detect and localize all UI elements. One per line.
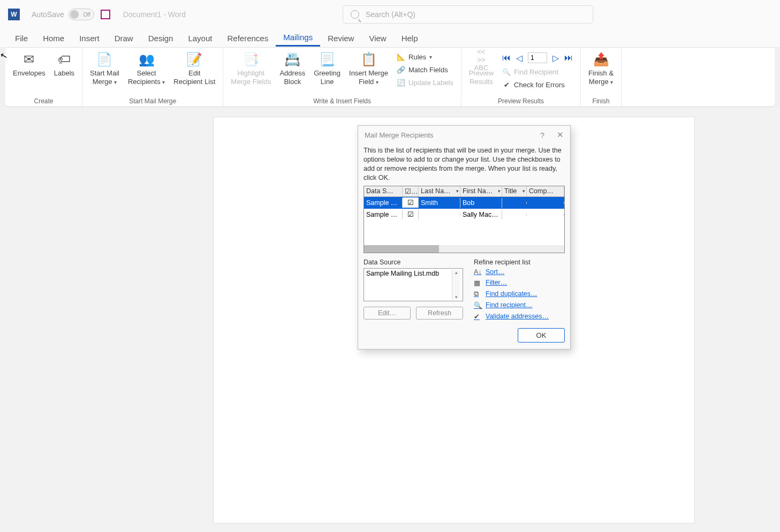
col-last-name[interactable]: Last Name▾: [419, 186, 460, 196]
rules-button[interactable]: 📐Rules ▾: [395, 51, 456, 63]
tab-layout[interactable]: Layout: [180, 31, 219, 46]
find-icon: 🔍: [474, 301, 482, 309]
start-mail-merge-button[interactable]: 📄 Start Mail Merge ▾: [86, 50, 124, 88]
group-preview-results: << >>ABC Preview Results ⏮ ◁ ▷ ⏭ 🔍Find R…: [461, 48, 581, 107]
highlight-merge-fields-button[interactable]: 📑 Highlight Merge Fields: [226, 50, 275, 88]
refresh-button[interactable]: Refresh: [416, 307, 463, 320]
tab-home[interactable]: Home: [35, 31, 72, 46]
data-source-list[interactable]: Sample Mailing List.mdb ▴▾: [364, 268, 463, 301]
ribbon-tabs: File Home Insert Draw Design Layout Refe…: [0, 29, 780, 47]
tab-file[interactable]: File: [7, 31, 35, 46]
highlight-icon: 📑: [243, 51, 260, 68]
envelope-icon: ✉: [20, 51, 37, 68]
last-record-icon[interactable]: ⏭: [564, 53, 573, 63]
col-checkbox[interactable]: ☑: [403, 186, 419, 196]
tab-review[interactable]: Review: [320, 31, 361, 46]
search-placeholder: Search (Alt+Q): [366, 10, 415, 19]
tab-draw[interactable]: Draw: [107, 31, 141, 46]
title-bar: W AutoSave Off Document1 - Word Search (…: [0, 0, 780, 29]
filter-link[interactable]: ▦Filter…: [474, 279, 565, 287]
dialog-description: This is the list of recipients that will…: [364, 146, 565, 183]
greeting-line-button[interactable]: 📃 Greeting Line: [309, 50, 345, 88]
group-finish-label: Finish: [584, 97, 618, 107]
tab-help[interactable]: Help: [394, 31, 426, 46]
search-input[interactable]: Search (Alt+Q): [343, 5, 593, 24]
finish-icon: 📤: [593, 51, 610, 68]
edit-recipient-list-button[interactable]: 📝 Edit Recipient List: [169, 50, 219, 88]
dialog-help-icon[interactable]: ?: [540, 131, 544, 140]
table-row[interactable]: Sample … ☑ Sally Maca…: [364, 209, 564, 221]
envelopes-button[interactable]: ✉ Envelopes: [9, 50, 50, 79]
match-icon: 🔗: [397, 65, 405, 74]
horizontal-scrollbar[interactable]: [364, 245, 564, 253]
dialog-titlebar[interactable]: Mail Merge Recipients ? ✕: [358, 126, 570, 144]
labels-button[interactable]: 🏷 Labels: [50, 50, 79, 79]
ok-button[interactable]: OK: [518, 328, 565, 343]
scroll-up-icon: ▴: [452, 270, 460, 275]
mail-merge-recipients-dialog: Mail Merge Recipients ? ✕ This is the li…: [358, 125, 571, 349]
next-record-icon[interactable]: ▷: [552, 53, 559, 63]
autosave-toggle[interactable]: Off: [69, 9, 94, 20]
row-checkbox[interactable]: ☑: [403, 197, 419, 208]
chevron-down-icon[interactable]: ▾: [522, 188, 525, 194]
find-recipient-button[interactable]: 🔍Find Recipient: [500, 66, 575, 78]
search-icon: [351, 10, 359, 19]
group-write-insert: 📑 Highlight Merge Fields 📇 Address Block…: [223, 48, 461, 107]
sort-link[interactable]: A↓Sort…: [474, 268, 565, 276]
field-icon: 📋: [360, 51, 377, 68]
find-recipient-link[interactable]: 🔍Find recipient…: [474, 301, 565, 309]
group-start-mail-merge: 📄 Start Mail Merge ▾ 👥 Select Recipients…: [82, 48, 223, 107]
group-create-label: Create: [9, 97, 79, 107]
record-navigator: ⏮ ◁ ▷ ⏭: [500, 51, 575, 65]
table-body: Sample … ☑ Smith Bob Sample … ☑ Sally Ma…: [364, 197, 564, 245]
finish-merge-button[interactable]: 📤 Finish & Merge ▾: [584, 50, 618, 88]
col-data-source[interactable]: Data So…: [364, 186, 403, 196]
edit-button[interactable]: Edit…: [364, 307, 411, 320]
tab-mailings[interactable]: Mailings: [276, 29, 320, 47]
tab-view[interactable]: View: [361, 31, 393, 46]
validate-addresses-link[interactable]: ✔Validate addresses…: [474, 313, 565, 321]
address-icon: 📇: [284, 51, 301, 68]
col-first-name[interactable]: First Name▾: [460, 186, 502, 196]
tab-insert[interactable]: Insert: [72, 31, 107, 46]
update-icon: 🔄: [397, 78, 405, 87]
preview-results-button[interactable]: << >>ABC Preview Results: [465, 50, 498, 88]
row-checkbox[interactable]: ☑: [403, 209, 419, 219]
autosave-label: AutoSave: [32, 10, 64, 19]
find-duplicates-link[interactable]: ⧉Find duplicates…: [474, 290, 565, 298]
recipient-table: Data So… ☑ Last Name▾ First Name▾ Title▾…: [364, 186, 565, 253]
address-block-button[interactable]: 📇 Address Block: [275, 50, 309, 88]
insert-merge-field-button[interactable]: 📋 Insert Merge Field ▾: [345, 50, 392, 88]
check-errors-button[interactable]: ✔Check for Errors: [500, 79, 575, 90]
abc-icon: << >>ABC: [473, 51, 490, 68]
select-recipients-button[interactable]: 👥 Select Recipients ▾: [124, 50, 169, 88]
record-number-input[interactable]: [528, 52, 547, 63]
sort-icon: A↓: [474, 268, 482, 276]
tab-references[interactable]: References: [219, 31, 276, 46]
ribbon: ✉ Envelopes 🏷 Labels Create 📄 Start Mail…: [5, 47, 775, 107]
table-row[interactable]: Sample … ☑ Smith Bob: [364, 197, 564, 209]
filter-icon: ▦: [474, 279, 482, 287]
data-source-item[interactable]: Sample Mailing List.mdb: [366, 270, 439, 277]
col-title[interactable]: Title▾: [502, 186, 527, 196]
table-header: Data So… ☑ Last Name▾ First Name▾ Title▾…: [364, 186, 564, 197]
first-record-icon[interactable]: ⏮: [502, 53, 511, 63]
check-icon: ✔: [502, 80, 511, 89]
rules-icon: 📐: [397, 52, 405, 61]
dialog-close-icon[interactable]: ✕: [557, 130, 564, 140]
update-labels-button[interactable]: 🔄Update Labels: [395, 77, 456, 88]
save-icon[interactable]: [101, 10, 110, 19]
match-fields-button[interactable]: 🔗Match Fields: [395, 64, 456, 75]
dialog-title: Mail Merge Recipients: [365, 131, 434, 139]
find-icon: 🔍: [502, 67, 511, 76]
tab-design[interactable]: Design: [141, 31, 181, 46]
group-finish: 📤 Finish & Merge ▾ Finish: [581, 48, 622, 107]
validate-icon: ✔: [474, 313, 482, 321]
col-company[interactable]: Company N…: [527, 186, 564, 196]
group-preview-label: Preview Results: [465, 97, 577, 107]
chevron-down-icon[interactable]: ▾: [498, 188, 501, 194]
group-create: ✉ Envelopes 🏷 Labels Create: [5, 48, 82, 107]
chevron-down-icon[interactable]: ▾: [456, 188, 459, 194]
vertical-scrollbar[interactable]: ▴▾: [452, 270, 460, 300]
prev-record-icon[interactable]: ◁: [516, 53, 522, 63]
